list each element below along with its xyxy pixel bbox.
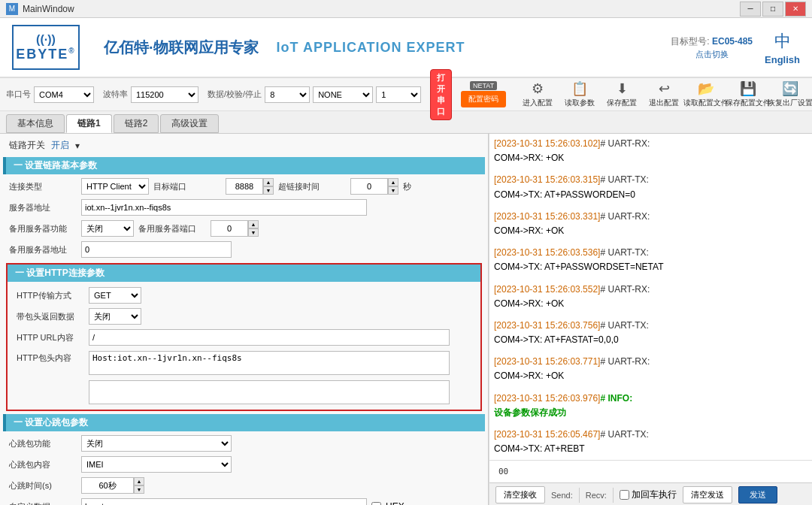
header-right: 目标型号: EC05-485 点击切换 中 English bbox=[671, 30, 800, 65]
http-url-input[interactable] bbox=[89, 329, 450, 346]
data-bits-select[interactable]: 8 bbox=[265, 86, 310, 103]
target-port-spin-btns: ▲ ▼ bbox=[263, 178, 274, 195]
ebyte-brand-text: EBYTE® bbox=[16, 47, 75, 62]
data-format-group: 数据/校验/停止 8 NONE 1 bbox=[208, 86, 421, 103]
http-header-textarea[interactable]: Host:iot.xn--1jvr1n.xn--fiqs8s bbox=[89, 351, 450, 375]
restore-factory-button[interactable]: 🔄 恢复出厂设置 bbox=[771, 79, 810, 110]
port-select[interactable]: COM4 bbox=[34, 86, 94, 103]
backup-func-row: 备用服务器功能 关闭 备用服务器端口 ▲ ▼ bbox=[3, 218, 485, 239]
target-port-down[interactable]: ▼ bbox=[263, 186, 274, 195]
heartbeat-time-row: 心跳时间(s) ▲ ▼ bbox=[3, 475, 485, 496]
maximize-button[interactable]: □ bbox=[762, 2, 783, 17]
heartbeat-time-spinner[interactable]: ▲ ▼ bbox=[81, 477, 144, 494]
exit-config-button[interactable]: ↩ 退出配置 bbox=[644, 79, 683, 110]
read-config-file-icon: 📂 bbox=[698, 80, 714, 97]
server-addr-label: 服务器地址 bbox=[9, 202, 77, 213]
left-panel: 链路开关 开启 ▾ 一 设置链路基本参数 连接类型 HTTP Client 目标… bbox=[0, 134, 489, 505]
chain-switch-label: 链路开关 bbox=[9, 139, 45, 152]
server-addr-input[interactable] bbox=[81, 199, 367, 216]
send-button[interactable]: 发送 bbox=[738, 486, 777, 503]
config-code-button[interactable]: 配置密码 bbox=[461, 91, 506, 107]
heartbeat-time-spin-btns: ▲ ▼ bbox=[134, 477, 144, 494]
target-port-input[interactable] bbox=[226, 178, 263, 195]
baud-label: 波特率 bbox=[103, 89, 128, 100]
stop-bits-select[interactable]: 1 bbox=[376, 86, 421, 103]
read-config-file-button[interactable]: 📂 读取配置文件 bbox=[686, 79, 726, 110]
with-header-label: 带包头返回数据 bbox=[17, 311, 84, 322]
clear-send-button[interactable]: 清空发送 bbox=[683, 486, 732, 503]
tab-chain1[interactable]: 链路1 bbox=[66, 114, 112, 133]
target-label: 目标型号: EC05-485 bbox=[671, 35, 753, 48]
open-port-button[interactable]: 打开串口 bbox=[430, 69, 452, 120]
reconnect-down[interactable]: ▼ bbox=[388, 186, 398, 195]
log-entry: [2023-10-31 15:26:03.976]# INFO: 设备参数保存成… bbox=[494, 392, 807, 420]
loop-checkbox[interactable] bbox=[620, 490, 629, 500]
log-sep bbox=[494, 422, 807, 428]
reconnect-up[interactable]: ▲ bbox=[388, 178, 398, 186]
switch-model-button[interactable]: 点击切换 bbox=[671, 48, 753, 61]
parity-select[interactable]: NONE bbox=[313, 86, 373, 103]
backup-func-select[interactable]: 关闭 bbox=[81, 220, 134, 237]
custom-data-input[interactable] bbox=[81, 498, 367, 505]
log-sep bbox=[494, 386, 807, 392]
chain-switch-row: 链路开关 开启 ▾ bbox=[3, 137, 485, 154]
backup-port-down[interactable]: ▼ bbox=[248, 228, 259, 237]
tab-basic-info[interactable]: 基本信息 bbox=[6, 114, 65, 133]
http-body-label bbox=[17, 380, 84, 382]
target-model: 目标型号: EC05-485 点击切换 bbox=[671, 35, 753, 61]
exit-config-icon: ↩ bbox=[659, 80, 670, 97]
save-config-button[interactable]: ⬇ 保存配置 bbox=[602, 79, 641, 110]
right-panel: [2023-10-31 15:26:03.102]# UART-RX: COM4… bbox=[489, 134, 812, 505]
http-method-select[interactable]: GET POST bbox=[89, 287, 141, 304]
target-port-up[interactable]: ▲ bbox=[263, 178, 274, 186]
with-header-row: 带包头返回数据 关闭 开启 bbox=[11, 306, 477, 327]
tab-chain2[interactable]: 链路2 bbox=[114, 114, 159, 133]
heartbeat-func-select[interactable]: 关闭 bbox=[81, 435, 232, 452]
baud-select[interactable]: 115200 bbox=[131, 86, 198, 103]
http-url-label: HTTP URL内容 bbox=[17, 332, 84, 343]
heartbeat-time-down[interactable]: ▼ bbox=[134, 485, 144, 494]
server-addr-row: 服务器地址 bbox=[3, 197, 485, 218]
tab-advanced[interactable]: 高级设置 bbox=[160, 114, 219, 133]
log-sep bbox=[494, 277, 807, 283]
window-controls[interactable]: ─ □ ✕ bbox=[740, 2, 806, 17]
http-method-row: HTTP传输方式 GET POST bbox=[11, 285, 477, 306]
read-param-button[interactable]: 📋 读取参数 bbox=[560, 79, 599, 110]
chain-switch-dropdown-icon[interactable]: ▾ bbox=[75, 141, 80, 151]
minimize-button[interactable]: ─ bbox=[740, 2, 761, 17]
bottom-sep-1 bbox=[579, 488, 580, 503]
backup-addr-input[interactable] bbox=[81, 241, 232, 258]
heartbeat-time-input[interactable] bbox=[81, 477, 134, 494]
backup-port-input[interactable] bbox=[211, 220, 248, 237]
reconnect-spinner[interactable]: ▲ ▼ bbox=[350, 178, 398, 195]
section-basic-params-header: 一 设置链路基本参数 bbox=[3, 157, 485, 174]
send-label: Send: bbox=[551, 491, 573, 500]
restore-factory-icon: 🔄 bbox=[782, 80, 798, 97]
with-header-select[interactable]: 关闭 开启 bbox=[89, 308, 141, 325]
reconnect-input[interactable] bbox=[350, 178, 388, 195]
reg-mark: ® bbox=[68, 47, 75, 55]
enter-config-icon: ⚙ bbox=[532, 80, 544, 97]
save-config-file-button[interactable]: 💾 保存配置文件 bbox=[729, 79, 768, 110]
titlebar-title: MainWindow bbox=[23, 4, 740, 14]
backup-func-label: 备用服务器功能 bbox=[9, 223, 77, 234]
clear-recv-button[interactable]: 清空接收 bbox=[495, 486, 545, 503]
language-button[interactable]: 中 English bbox=[765, 30, 800, 65]
hex-checkbox[interactable] bbox=[371, 502, 381, 506]
backup-port-spinner[interactable]: ▲ ▼ bbox=[211, 220, 259, 237]
loop-label: 加回车执行 bbox=[632, 488, 677, 501]
heartbeat-time-up[interactable]: ▲ bbox=[134, 477, 144, 485]
backup-port-up[interactable]: ▲ bbox=[248, 220, 259, 228]
http-body-row bbox=[11, 377, 477, 407]
close-button[interactable]: ✕ bbox=[785, 2, 806, 17]
log-sep bbox=[494, 167, 807, 173]
http-body-textarea[interactable] bbox=[89, 380, 450, 404]
enter-config-button[interactable]: ⚙ 进入配置 bbox=[518, 79, 557, 110]
log-sep bbox=[494, 204, 807, 210]
target-port-spinner[interactable]: ▲ ▼ bbox=[226, 178, 274, 195]
conn-type-select[interactable]: HTTP Client bbox=[81, 178, 149, 195]
main-content: 链路开关 开启 ▾ 一 设置链路基本参数 连接类型 HTTP Client 目标… bbox=[0, 134, 812, 505]
baud-group: 波特率 115200 bbox=[103, 86, 198, 103]
heartbeat-content-select[interactable]: IMEI bbox=[81, 456, 232, 473]
http-header-label: HTTP包头内容 bbox=[17, 351, 84, 364]
